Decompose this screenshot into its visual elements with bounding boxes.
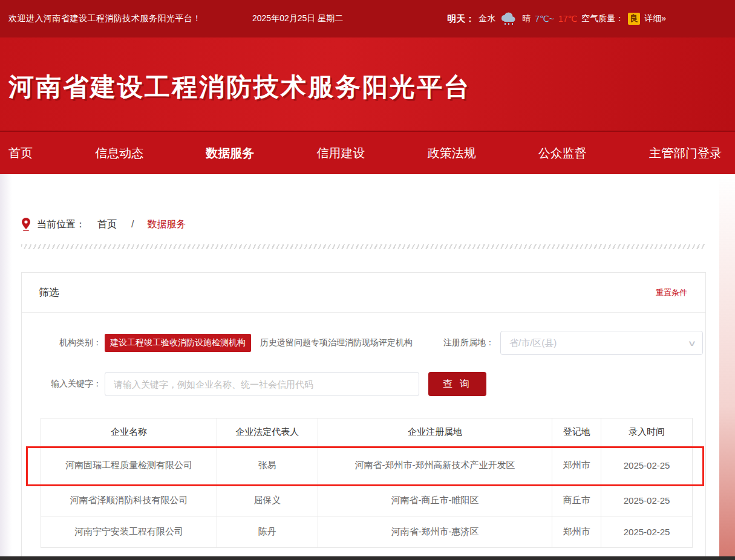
weather-tomorrow-label: 明天： <box>447 13 474 25</box>
table-cell: 陈丹 <box>217 516 318 548</box>
main-nav: 首页信息动态数据服务信用建设政策法规公众监督主管部门登录 <box>0 132 735 174</box>
bottom-bar <box>0 556 735 560</box>
column-header: 企业名称 <box>41 418 217 446</box>
filter-panel: 筛选 重置条件 机构类别： 建设工程竣工验收消防设施检测机构 历史遗留问题专项治… <box>21 272 706 560</box>
topbar: 欢迎进入河南省建设工程消防技术服务阳光平台！ 2025年02月25日 星期二 明… <box>0 0 735 37</box>
weather-detail-link[interactable]: 详细» <box>644 13 666 24</box>
temp-high: 17℃ <box>558 14 577 24</box>
site-banner: 河南省建设工程消防技术服务阳光平台 <box>0 37 735 132</box>
category-row: 机构类别： 建设工程竣工验收消防设施检测机构 历史遗留问题专项治理消防现场评定机… <box>22 331 705 355</box>
keyword-label: 输入关键字： <box>22 379 102 389</box>
temp-low: 7℃~ <box>535 14 554 24</box>
table-cell: 2025-02-25 <box>601 485 693 516</box>
nav-item-4[interactable]: 政策法规 <box>428 145 476 161</box>
column-header: 录入时间 <box>601 418 693 446</box>
table-cell: 河南省-郑州市-惠济区 <box>318 516 552 548</box>
region-label: 注册所属地： <box>443 337 494 348</box>
filter-header: 筛选 重置条件 <box>22 273 705 313</box>
keyword-input[interactable] <box>105 372 419 396</box>
welcome-text: 欢迎进入河南省建设工程消防技术服务阳光平台！ <box>8 13 201 24</box>
weather-district: 金水 <box>479 13 495 24</box>
table-cell: 河南省-商丘市-睢阳区 <box>318 485 552 516</box>
table-cell: 商丘市 <box>552 485 601 516</box>
reset-filters-link[interactable]: 重置条件 <box>656 287 687 298</box>
search-button[interactable]: 查 询 <box>428 372 486 396</box>
table-header-row: 企业名称企业法定代表人企业注册属地登记地录入时间 <box>41 418 693 446</box>
table-cell: 2025-02-25 <box>601 446 693 485</box>
table-cell: 屈保义 <box>217 485 318 516</box>
chevron-down-icon: ∨ <box>688 339 697 348</box>
table-row: 河南省泽顺消防科技有限公司屈保义河南省-商丘市-睢阳区商丘市2025-02-25 <box>41 485 693 516</box>
table-cell: 河南省-郑州市-郑州高新技术产业开发区 <box>318 446 552 485</box>
nav-item-2[interactable]: 数据服务 <box>206 145 254 161</box>
nav-item-5[interactable]: 公众监督 <box>538 145 587 161</box>
table-cell: 郑州市 <box>552 446 601 485</box>
filter-body: 机构类别： 建设工程竣工验收消防设施检测机构 历史遗留问题专项治理消防现场评定机… <box>22 313 705 548</box>
air-quality-label: 空气质量： <box>581 13 624 24</box>
keyword-row: 输入关键字： 查 询 <box>22 372 705 396</box>
table-cell: 河南宇宁安装工程有限公司 <box>41 516 217 548</box>
weather-condition: 晴 <box>522 13 531 24</box>
nav-item-0[interactable]: 首页 <box>8 145 33 161</box>
results-table: 企业名称企业法定代表人企业注册属地登记地录入时间 河南固瑞工程质量检测有限公司张… <box>41 418 693 548</box>
column-header: 企业法定代表人 <box>217 418 318 446</box>
page-edge-gradient <box>719 175 735 560</box>
cloud-icon <box>500 12 518 25</box>
column-header: 登记地 <box>552 418 601 446</box>
breadcrumb-home-link[interactable]: 首页 <box>97 218 117 231</box>
location-pin-icon <box>21 218 31 231</box>
table-cell: 河南固瑞工程质量检测有限公司 <box>41 446 217 485</box>
table-cell: 郑州市 <box>552 516 601 548</box>
breadcrumb-label: 当前位置： <box>37 218 85 231</box>
table-cell: 河南省泽顺消防科技有限公司 <box>41 485 217 516</box>
breadcrumb-separator: / <box>131 219 134 230</box>
filter-title: 筛选 <box>39 285 59 299</box>
nav-item-3[interactable]: 信用建设 <box>316 145 365 161</box>
category-option-selected[interactable]: 建设工程竣工验收消防设施检测机构 <box>105 334 251 352</box>
nav-item-6[interactable]: 主管部门登录 <box>649 145 722 161</box>
category-label: 机构类别： <box>22 337 102 348</box>
table-row: 河南宇宁安装工程有限公司陈丹河南省-郑州市-惠济区郑州市2025-02-25 <box>41 516 693 548</box>
decorative-divider <box>21 244 706 249</box>
weather-widget: 明天： 金水 晴 7℃~ 17℃ 空气质量： 良 详细» <box>447 12 666 25</box>
table-cell: 张易 <box>217 446 318 485</box>
table-cell: 2025-02-25 <box>601 516 693 548</box>
main-content: 当前位置： 首页 / 数据服务 筛选 重置条件 机构类别： 建设工程竣工验收消防… <box>21 218 706 560</box>
date-text: 2025年02月25日 星期二 <box>252 13 343 24</box>
table-body: 河南固瑞工程质量检测有限公司张易河南省-郑州市-郑州高新技术产业开发区郑州市20… <box>41 446 693 548</box>
breadcrumb-current-link[interactable]: 数据服务 <box>147 218 186 231</box>
column-header: 企业注册属地 <box>318 418 552 446</box>
site-title: 河南省建设工程消防技术服务阳光平台 <box>8 70 471 104</box>
breadcrumb: 当前位置： 首页 / 数据服务 <box>21 218 706 231</box>
region-select[interactable]: 省/市/区(县) ∨ <box>500 331 703 355</box>
air-quality-badge: 良 <box>628 13 640 25</box>
category-option-unselected[interactable]: 历史遗留问题专项治理消防现场评定机构 <box>255 334 418 352</box>
region-select-placeholder: 省/市/区(县) <box>509 337 557 349</box>
nav-item-1[interactable]: 信息动态 <box>95 145 143 161</box>
table-row: 河南固瑞工程质量检测有限公司张易河南省-郑州市-郑州高新技术产业开发区郑州市20… <box>41 446 693 485</box>
